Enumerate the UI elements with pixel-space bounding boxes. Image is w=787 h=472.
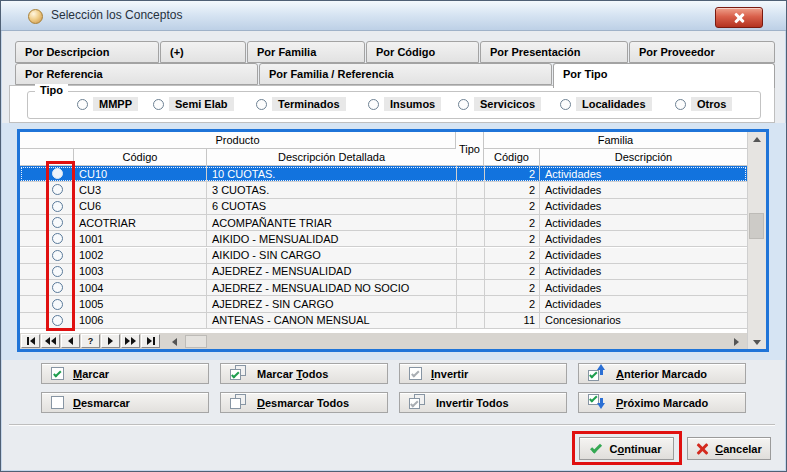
cell-familia-codigo: 2 [484,182,539,197]
vertical-scrollbar[interactable] [747,132,766,349]
radio-icon [153,99,164,110]
cancelar-button[interactable]: Cancelar [687,437,771,460]
button-label: Invertir [431,368,468,380]
radio-icon [458,99,469,110]
app-icon [28,9,43,24]
arrow-up-icon [753,137,761,142]
cell-codigo: CU10 [73,166,206,181]
marcar-button[interactable]: Marcar [41,363,209,384]
nav-first-button[interactable] [21,334,40,348]
table-row[interactable]: ACOTRIAR ACOMPAÑANTE TRIAR 2 Actividades [20,215,747,231]
cell-familia-codigo: 2 [484,296,539,311]
annotation-rect-radio-column [46,161,75,331]
checkbox-arrow-up-icon [588,365,607,383]
table-row[interactable]: 1006 ANTENAS - CANON MENSUAL 11 Concesio… [20,313,747,329]
cell-tipo [456,280,484,295]
scroll-down-button[interactable] [747,335,766,349]
cell-descripcion: AJEDREZ - SIN CARGO [206,296,456,311]
desmarcar-button[interactable]: Desmarcar [41,392,209,413]
cell-familia-descripcion: Actividades [539,248,747,263]
tab-por-familia-referencia[interactable]: Por Familia / Referencia [259,63,552,85]
radio-mmpp[interactable]: MMPP [77,97,138,111]
next-page-icon [131,337,136,345]
radio-localidades[interactable]: Localidades [560,97,652,111]
button-label: Desmarcar Todos [257,397,349,409]
invertir-todos-button[interactable]: Invertir Todos [399,392,567,413]
horizontal-scroll-thumb[interactable] [185,335,207,348]
cell-familia-descripcion: Actividades [539,231,747,246]
table-row[interactable]: 1001 AIKIDO - MENSUALIDAD 2 Actividades [20,231,747,247]
radio-semi-elab[interactable]: Semi Elab [153,97,234,111]
cell-familia-descripcion: Actividades [539,199,747,214]
checkbox-stack-gray-check-icon [409,394,427,411]
cell-descripcion: ANTENAS - CANON MENSUAL [206,313,456,328]
radio-otros[interactable]: Otros [675,97,732,111]
radio-terminados[interactable]: Terminados [256,97,346,111]
table-row[interactable]: CU10 10 CUOTAS. 2 Actividades [20,166,747,182]
prev-record-icon [68,337,73,345]
button-label: Anterior Marcado [616,368,707,380]
nav-last-button[interactable] [141,334,160,348]
table-row[interactable]: 1004 AJEDREZ - MENSUALIDAD NO SOCIO 2 Ac… [20,280,747,296]
checkbox-stack-checked-icon [230,365,248,382]
table-row[interactable]: 1003 AJEDREZ - MENSUALIDAD 2 Actividades [20,264,747,280]
table-row[interactable]: CU3 3 CUOTAS. 2 Actividades [20,182,747,198]
close-icon [734,13,744,23]
button-label: Marcar [73,368,109,380]
cell-codigo: CU6 [73,199,206,214]
nav-help-button[interactable]: ? [81,334,100,348]
cell-codigo: 1005 [73,296,206,311]
cell-codigo: 1006 [73,313,206,328]
table-row[interactable]: CU6 6 CUOTAS 2 Actividades [20,199,747,215]
nav-prev-page-button[interactable] [41,334,60,348]
cell-familia-codigo: 11 [484,313,539,328]
cell-tipo [456,182,484,197]
window-title: Selección los Conceptos [51,8,182,22]
vertical-scroll-thumb[interactable] [749,213,764,239]
title-bar: Selección los Conceptos [1,1,786,31]
cell-codigo: 1003 [73,264,206,279]
tab-por-familia[interactable]: Por Familia [247,41,365,63]
desmarcar-todos-button[interactable]: Desmarcar Todos [220,392,388,413]
cell-familia-descripcion: Actividades [539,166,747,181]
tab-por-tipo[interactable]: Por Tipo [553,63,775,88]
cell-tipo [456,215,484,230]
tab-plus[interactable]: (+) [160,41,246,63]
close-button[interactable] [715,7,763,28]
tab-por-descripcion[interactable]: Por Descripcion [15,41,159,63]
annotation-rect-continuar [572,431,682,465]
next-record-icon [108,337,113,345]
cell-tipo [456,166,484,181]
tab-por-referencia[interactable]: Por Referencia [15,63,258,85]
nav-next-page-button[interactable] [121,334,140,348]
hscroll-left-button[interactable] [167,335,181,348]
table-row[interactable]: 1005 AJEDREZ - SIN CARGO 2 Actividades [20,296,747,312]
checkbox-arrow-down-icon [588,394,607,412]
cell-descripcion: 6 CUOTAS [206,199,456,214]
tab-por-presentacion[interactable]: Por Presentación [480,41,628,63]
tab-por-codigo[interactable]: Por Código [366,41,479,63]
radio-icon [256,99,267,110]
hscroll-right-button[interactable] [729,335,743,348]
cell-tipo [456,231,484,246]
dialog-window: Selección los Conceptos Por Descripcion … [0,0,787,472]
first-record-icon [30,337,35,345]
cell-familia-descripcion: Actividades [539,296,747,311]
radio-insumos[interactable]: Insumos [368,97,441,111]
marcar-todos-button[interactable]: Marcar Todos [220,363,388,384]
proximo-marcado-button[interactable]: Próximo Marcado [578,392,746,413]
radio-servicicos[interactable]: Servicicos [458,97,541,111]
tab-por-proveedor[interactable]: Por Proveedor [629,41,775,63]
anterior-marcado-button[interactable]: Anterior Marcado [578,363,746,384]
cell-familia-codigo: 2 [484,199,539,214]
nav-next-button[interactable] [101,334,120,348]
arrow-down-icon [753,340,761,345]
table-row[interactable]: 1002 AIKIDO - SIN CARGO 2 Actividades [20,248,747,264]
scroll-up-button[interactable] [747,132,766,146]
nav-prev-button[interactable] [61,334,80,348]
cell-descripcion: 10 CUOTAS. [206,166,456,181]
invertir-button[interactable]: Invertir [399,363,567,384]
cell-familia-codigo: 2 [484,231,539,246]
cell-familia-codigo: 2 [484,215,539,230]
arrow-left-icon [172,338,177,346]
